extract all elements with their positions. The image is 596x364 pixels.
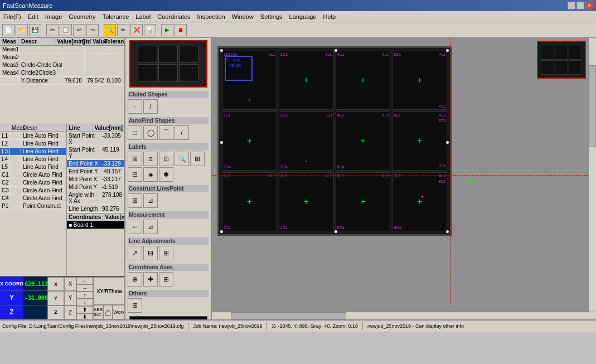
af-btn1[interactable]: □: [128, 125, 142, 140]
prop-row-1[interactable]: Start Point X -33.305: [67, 132, 124, 146]
meas-row-ydist[interactable]: Y-Distance 79.618 79.542 0.100: [0, 77, 124, 85]
feature-L5[interactable]: L5 Line Auto Find: [0, 163, 66, 171]
v-scrollbar[interactable]: [588, 38, 596, 312]
feature-C1[interactable]: C1 Circle Auto Find: [0, 171, 66, 179]
la-btn1[interactable]: ↗: [128, 246, 142, 260]
coord-row-board1[interactable]: ■ Board 1: [67, 221, 124, 229]
af-btn4[interactable]: /: [175, 125, 189, 140]
ca-btn3[interactable]: ⊞: [159, 272, 173, 287]
pcb-cell-r1c2: 4L3 5L3 + 5C4: [336, 111, 391, 171]
feature-L1[interactable]: L1 Line Auto Find: [0, 132, 66, 140]
meas-row-1[interactable]: Meas1: [0, 46, 124, 54]
z-btn[interactable]: Z: [47, 305, 64, 319]
arrow-up[interactable]: ↑: [76, 292, 93, 299]
z-goto-btn[interactable]: Z: [64, 305, 76, 319]
meas-row-4[interactable]: Meas4 Circle2Circle3: [0, 69, 124, 77]
ms-btn1[interactable]: ↔: [128, 220, 142, 234]
feature-C4[interactable]: C4 Circle Auto Find: [0, 195, 66, 202]
abs-btn[interactable]: ABSINC: [93, 305, 103, 319]
ca-btn1[interactable]: ⊕: [128, 272, 142, 287]
prop-row-8[interactable]: Line Length 93.276: [67, 205, 124, 213]
prop-row-2[interactable]: Start Point Y 45.119: [67, 146, 124, 160]
lb-btn4[interactable]: 🔍: [175, 152, 189, 166]
lb-btn3[interactable]: ⊡: [159, 152, 173, 166]
menu-edit[interactable]: Edit: [25, 12, 42, 21]
tb-stop[interactable]: ⏹: [175, 24, 187, 36]
tb-open[interactable]: 📂: [16, 24, 28, 36]
menu-file[interactable]: File(F): [0, 12, 25, 21]
feature-C2[interactable]: C2 Circle Auto Find: [0, 179, 66, 187]
feature-P1[interactable]: P1 Point Construct: [0, 202, 66, 210]
ms-btn2[interactable]: ⊿: [143, 220, 158, 234]
lb-btn2[interactable]: ≡: [143, 152, 158, 166]
menu-coordinates[interactable]: Coordinates: [154, 12, 193, 21]
maximize-button[interactable]: □: [576, 2, 584, 9]
tb-redo[interactable]: ↪: [86, 24, 99, 36]
home-btn[interactable]: ⌂: [103, 305, 113, 319]
y-goto-btn[interactable]: Y: [64, 291, 76, 305]
prop-row-4[interactable]: End Point Y -48.157: [67, 168, 124, 176]
meas-row-3[interactable]: Meas3 Circle-Circle Dist: [0, 61, 124, 69]
y-btn[interactable]: Y: [47, 291, 64, 305]
menu-window[interactable]: Window: [229, 12, 257, 21]
menu-help[interactable]: Help: [320, 12, 340, 21]
tb-copy[interactable]: 📋: [60, 24, 72, 36]
tb-new[interactable]: 📄: [2, 24, 14, 36]
af-btn2[interactable]: ◯: [143, 125, 158, 140]
prop-row-5[interactable]: Mid Point X -33.217: [67, 176, 124, 183]
menu-tolerance[interactable]: Tolerance: [99, 12, 133, 21]
tb-draw[interactable]: ✏: [117, 24, 129, 36]
prop-row-7[interactable]: Angle with X Ax 278.108: [67, 191, 124, 205]
h-scrollbar[interactable]: [212, 312, 596, 319]
cs-btn1[interactable]: ·: [128, 99, 142, 114]
arrow-pgdn[interactable]: ⬇: [76, 313, 93, 319]
menu-language[interactable]: Language: [286, 12, 320, 21]
x-goto-btn[interactable]: X: [64, 277, 76, 291]
af-btn3[interactable]: ⌒: [159, 125, 173, 140]
tb-cut[interactable]: ✂: [46, 24, 59, 36]
minimize-button[interactable]: ─: [568, 2, 575, 9]
x-btn[interactable]: X: [47, 277, 64, 291]
tb-undo[interactable]: ↩: [73, 24, 85, 36]
tb-search[interactable]: 🔍: [104, 24, 116, 36]
menu-image[interactable]: Image: [42, 12, 66, 21]
feature-L3[interactable]: L3 Line Auto Find: [0, 148, 66, 156]
tb-chart[interactable]: 📊: [144, 24, 156, 36]
work-btn[interactable]: Work: [113, 305, 125, 319]
lb-btn1[interactable]: ⊞: [128, 152, 142, 166]
h-scroll-thumb[interactable]: [231, 312, 346, 319]
ca-btn2[interactable]: ✚: [143, 272, 158, 287]
arrow-pgup[interactable]: ⬆: [76, 306, 93, 313]
menu-settings[interactable]: Settings: [257, 12, 286, 21]
feature-L4[interactable]: L4 Line Auto Find: [0, 156, 66, 163]
canvas-viewport[interactable]: 1C1 1L1 0.666 59.014 78.00 + 2C1 3L1: [212, 38, 596, 312]
v-scroll-thumb[interactable]: [589, 65, 596, 147]
arrow-left[interactable]: ←: [76, 277, 93, 284]
lb-btn7[interactable]: ◈: [143, 167, 158, 182]
tb-delete[interactable]: ❌: [130, 24, 143, 36]
tb-run[interactable]: ▶: [161, 24, 173, 36]
ot-btn1[interactable]: ⊞: [128, 298, 142, 313]
cl-btn2[interactable]: ⊿: [143, 193, 158, 208]
tb-save[interactable]: 💾: [29, 24, 41, 36]
la-btn2[interactable]: ⊟: [143, 246, 158, 260]
menu-geometry[interactable]: Geometry: [65, 12, 99, 21]
cs-btn2[interactable]: /: [143, 99, 158, 114]
prop-row-3[interactable]: End Point X -33.129: [67, 160, 124, 168]
menu-inspection[interactable]: Inspection: [194, 12, 229, 21]
z-label: Z: [0, 305, 23, 319]
lb-btn8[interactable]: ✱: [159, 167, 173, 182]
feature-C3[interactable]: C3 Circle Auto Find: [0, 187, 66, 195]
close-button[interactable]: ✕: [585, 2, 593, 9]
cl-btn1[interactable]: ⊞: [128, 193, 142, 208]
prop-row-6[interactable]: Mid Point Y -1.519: [67, 183, 124, 191]
lb-btn5[interactable]: ⊞: [190, 152, 205, 166]
lb-btn6[interactable]: ⊟: [128, 167, 142, 182]
arrow-down[interactable]: ↓: [76, 299, 93, 306]
la-btn3[interactable]: ⊞: [159, 246, 173, 260]
feature-L2[interactable]: L2 Line Auto Find: [0, 140, 66, 148]
arrow-right[interactable]: →: [76, 284, 93, 292]
meas-row-2[interactable]: Meas2: [0, 54, 124, 61]
menu-label[interactable]: Label: [132, 12, 154, 21]
xy-rtheta-label[interactable]: XY/RTheta: [93, 277, 125, 305]
